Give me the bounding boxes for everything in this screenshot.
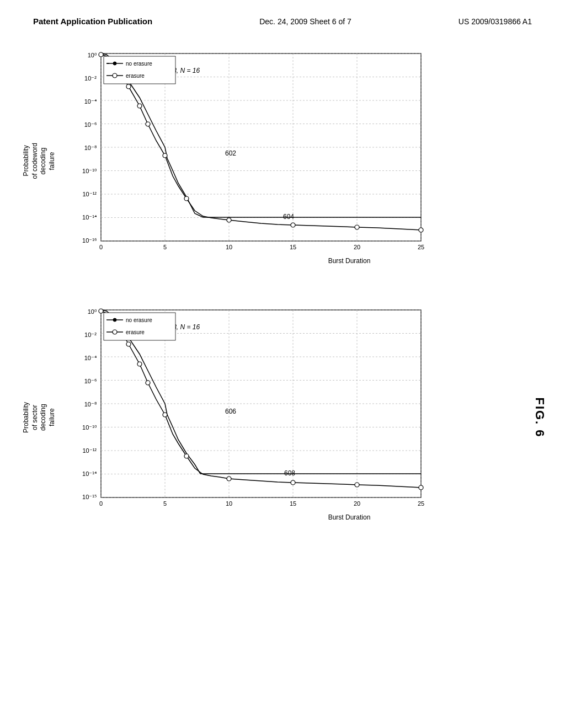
svg-text:10⁻⁶: 10⁻⁶: [84, 378, 97, 384]
svg-point-39: [163, 153, 167, 158]
svg-text:10⁻¹⁵: 10⁻¹⁵: [82, 494, 97, 500]
svg-text:0: 0: [99, 500, 103, 507]
svg-text:602: 602: [225, 149, 236, 157]
svg-text:10⁻¹⁰: 10⁻¹⁰: [82, 168, 97, 174]
page-header: Patent Application Publication Dec. 24, …: [0, 0, 565, 31]
svg-point-40: [184, 196, 189, 201]
top-chart: 10⁰ 10⁻² 10⁻⁴ 10⁻⁶ 10⁻⁸ 10⁻¹⁰ 10⁻¹² 10⁻¹…: [57, 299, 543, 536]
svg-text:5: 5: [163, 244, 167, 250]
svg-text:10⁻¹²: 10⁻¹²: [82, 191, 97, 197]
svg-text:no erasure: no erasure: [126, 317, 152, 323]
svg-text:10⁻¹⁴: 10⁻¹⁴: [82, 214, 97, 221]
svg-point-88: [99, 309, 103, 313]
svg-point-107: [113, 330, 117, 334]
svg-point-38: [146, 122, 150, 126]
svg-point-41: [227, 218, 231, 222]
svg-text:606: 606: [225, 408, 236, 415]
svg-text:10: 10: [226, 244, 232, 250]
svg-text:erasure: erasure: [126, 73, 145, 79]
svg-text:erasure: erasure: [126, 329, 145, 335]
svg-point-96: [227, 477, 231, 481]
svg-text:20: 20: [354, 500, 360, 507]
svg-text:10⁻⁸: 10⁻⁸: [84, 144, 97, 151]
svg-text:no erasure: no erasure: [126, 61, 152, 67]
svg-point-44: [419, 228, 423, 232]
bottom-chart-y-label: Probabilityof codeworddecodingfailure: [22, 143, 52, 179]
svg-point-91: [126, 342, 131, 346]
svg-text:10⁻⁴: 10⁻⁴: [84, 355, 97, 361]
bottom-chart: 10⁰ 10⁻² 10⁻⁴ 10⁻⁶ 10⁻⁸ 10⁻¹⁰ 10⁻¹² 10⁻¹…: [57, 42, 543, 280]
svg-text:10⁻¹⁶: 10⁻¹⁶: [82, 237, 97, 244]
svg-point-37: [137, 104, 142, 108]
top-chart-y-label: Probabilityof sectordecodingfailure: [22, 402, 52, 433]
svg-text:10⁻²: 10⁻²: [84, 331, 97, 338]
header-center: Dec. 24, 2009 Sheet 6 of 7: [259, 17, 351, 26]
svg-text:10⁻⁸: 10⁻⁸: [84, 401, 97, 408]
svg-point-104: [113, 318, 116, 322]
svg-point-97: [291, 480, 295, 485]
svg-point-33: [99, 52, 103, 57]
svg-text:608: 608: [284, 469, 295, 477]
svg-point-92: [137, 362, 142, 366]
svg-text:10: 10: [226, 500, 232, 507]
header-left: Patent Application Publication: [33, 17, 152, 26]
svg-text:15: 15: [290, 244, 296, 250]
svg-point-93: [146, 381, 150, 385]
svg-point-43: [355, 225, 359, 229]
fig-label: FIG. 6: [532, 397, 546, 437]
svg-text:10⁻¹⁴: 10⁻¹⁴: [82, 470, 97, 477]
svg-point-98: [355, 483, 359, 487]
svg-point-36: [126, 84, 131, 89]
svg-text:604: 604: [283, 213, 294, 221]
svg-text:10⁻¹⁰: 10⁻¹⁰: [82, 424, 97, 431]
svg-point-53: [113, 73, 117, 78]
svg-text:0: 0: [99, 244, 103, 250]
svg-text:Burst Duration: Burst Duration: [328, 513, 371, 521]
svg-text:10⁻¹²: 10⁻¹²: [82, 447, 97, 454]
svg-text:20: 20: [354, 244, 360, 250]
svg-text:10⁰: 10⁰: [88, 52, 97, 58]
header-right: US 2009/0319866 A1: [459, 17, 532, 26]
svg-text:10⁻⁶: 10⁻⁶: [84, 121, 97, 128]
svg-point-42: [291, 223, 295, 227]
svg-text:10⁰: 10⁰: [88, 308, 97, 315]
svg-point-94: [163, 413, 167, 417]
svg-text:10⁻⁴: 10⁻⁴: [84, 98, 97, 105]
svg-text:25: 25: [418, 500, 424, 507]
svg-text:5: 5: [163, 500, 167, 507]
svg-text:Burst Duration: Burst Duration: [328, 257, 371, 265]
svg-point-99: [419, 485, 423, 490]
svg-text:10⁻²: 10⁻²: [84, 75, 97, 82]
svg-point-95: [184, 454, 189, 458]
svg-text:25: 25: [418, 244, 424, 250]
svg-point-50: [113, 62, 116, 65]
svg-text:15: 15: [290, 500, 296, 507]
